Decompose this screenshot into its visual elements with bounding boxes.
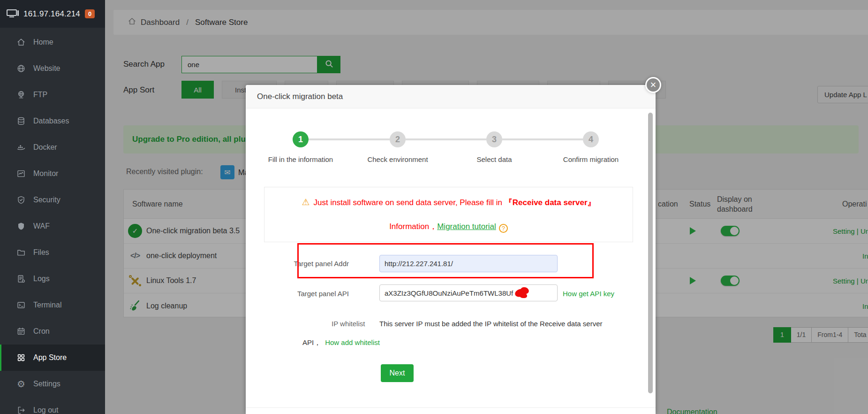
step-connector bbox=[406, 138, 486, 140]
folder-icon bbox=[16, 247, 26, 258]
calendar-icon bbox=[16, 326, 26, 337]
sidebar-item-home[interactable]: Home bbox=[0, 29, 105, 55]
ip-whitelist-label: IP whitelist bbox=[332, 320, 365, 328]
sidebar-item-logout[interactable]: Log out bbox=[0, 397, 105, 414]
sidebar-item-terminal[interactable]: Terminal bbox=[0, 292, 105, 318]
message-count-badge[interactable]: 0 bbox=[85, 9, 95, 18]
migration-tutorial-link[interactable]: Migration tutorial bbox=[437, 222, 496, 231]
red-highlight-box bbox=[297, 243, 594, 278]
sidebar-item-cron[interactable]: Cron bbox=[0, 318, 105, 345]
next-button[interactable]: Next bbox=[381, 364, 414, 382]
modal-header: One-click migration beta bbox=[246, 85, 656, 108]
warning-line-1: ⚠Just install software on send data serv… bbox=[264, 197, 633, 208]
sidebar-item-waf[interactable]: WAF bbox=[0, 213, 105, 239]
sidebar-item-databases[interactable]: Databases bbox=[0, 108, 105, 134]
sidebar-item-ftp[interactable]: FTP bbox=[0, 82, 105, 108]
step-connector bbox=[309, 138, 390, 140]
ftp-icon bbox=[16, 90, 26, 100]
step-4-label: Confirm migration bbox=[544, 155, 638, 163]
target-panel-api-input[interactable] bbox=[379, 284, 558, 301]
server-monitor-icon bbox=[7, 9, 19, 18]
shield-filled-icon bbox=[16, 221, 26, 231]
step-connector bbox=[502, 138, 583, 140]
sidebar-item-security[interactable]: Security bbox=[0, 187, 105, 213]
step-3-label: Select data bbox=[447, 155, 541, 163]
shield-check-icon bbox=[16, 195, 26, 205]
globe-icon bbox=[16, 63, 26, 74]
ip-whitelist-line-2: API，How add whitelist bbox=[302, 338, 380, 347]
target-panel-api-label: Target panel API bbox=[279, 290, 349, 298]
ip-whitelist-text: This server IP must be added the IP whit… bbox=[379, 320, 603, 328]
modal-title: One-click migration beta bbox=[257, 92, 343, 101]
sidebar-item-docker[interactable]: Docker bbox=[0, 134, 105, 161]
warning-line-2: Information，Migration tutorial? bbox=[264, 221, 633, 233]
warning-box: ⚠Just install software on send data serv… bbox=[264, 187, 633, 242]
how-add-whitelist-link[interactable]: How add whitelist bbox=[325, 338, 380, 346]
step-1-circle: 1 bbox=[293, 131, 309, 147]
step-2-label: Check environment bbox=[351, 155, 445, 163]
docker-icon bbox=[16, 142, 26, 153]
app-canvas: Dashboard / Software Store Search App Ap… bbox=[0, 0, 868, 414]
how-get-api-key-link[interactable]: How get API key bbox=[563, 290, 614, 298]
sidebar-item-logs[interactable]: Logs bbox=[0, 266, 105, 292]
close-icon[interactable]: × bbox=[645, 77, 661, 93]
monitor-icon bbox=[16, 169, 26, 179]
sidebar-nav: Home Website FTP Databases Docker Monito… bbox=[0, 28, 105, 414]
logs-icon bbox=[16, 274, 26, 284]
step-3-circle: 3 bbox=[486, 131, 502, 147]
sidebar-item-files[interactable]: Files bbox=[0, 239, 105, 266]
sidebar: 161.97.164.214 0 Home Website FTP Databa… bbox=[0, 0, 105, 414]
sidebar-item-settings[interactable]: ⚙ Settings bbox=[0, 371, 105, 397]
step-2-circle: 2 bbox=[390, 131, 406, 147]
step-4-circle: 4 bbox=[583, 131, 599, 147]
sidebar-item-monitor[interactable]: Monitor bbox=[0, 161, 105, 187]
warning-icon: ⚠ bbox=[302, 197, 309, 207]
migration-modal: One-click migration beta 1 2 3 4 Fill in… bbox=[246, 85, 656, 414]
modal-footer-divider bbox=[246, 407, 656, 408]
step-1-label: Fill in the information bbox=[254, 155, 347, 163]
terminal-icon bbox=[16, 300, 26, 310]
server-ip: 161.97.164.214 bbox=[23, 9, 80, 19]
sidebar-header: 161.97.164.214 0 bbox=[0, 0, 105, 28]
sidebar-item-app-store[interactable]: App Store bbox=[0, 345, 105, 371]
logout-icon bbox=[16, 405, 26, 414]
database-icon bbox=[16, 116, 26, 126]
gear-icon: ⚙ bbox=[16, 379, 26, 389]
home-icon bbox=[16, 37, 26, 47]
help-question-icon[interactable]: ? bbox=[499, 224, 508, 233]
sidebar-item-website[interactable]: Website bbox=[0, 55, 105, 82]
app-grid-icon bbox=[16, 353, 26, 363]
modal-scrollbar-thumb[interactable] bbox=[648, 113, 653, 393]
